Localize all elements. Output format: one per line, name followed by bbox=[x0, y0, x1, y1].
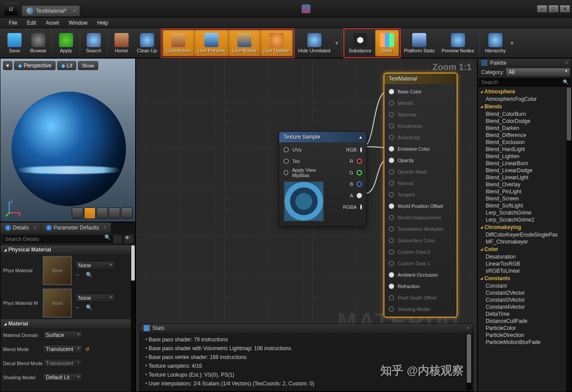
result-pin-anisotropy[interactable]: Anisotropy bbox=[384, 132, 457, 143]
palette-search-input[interactable]: Search bbox=[479, 78, 571, 87]
palette-item[interactable]: Blend_Difference bbox=[478, 132, 572, 139]
pin-dot[interactable] bbox=[389, 215, 394, 220]
show-toggle[interactable]: Show bbox=[78, 61, 98, 70]
palette-item[interactable]: DiffColorKeyerErodeSinglePas bbox=[478, 231, 572, 238]
pin-dot[interactable] bbox=[389, 89, 394, 94]
result-pin-subsurface-color[interactable]: Subsurface Color bbox=[384, 235, 457, 246]
menu-edit[interactable]: Edit bbox=[22, 19, 41, 27]
pin-dot[interactable] bbox=[389, 192, 394, 197]
live-update-button[interactable]: Live Update bbox=[260, 30, 293, 56]
viewport-options[interactable]: ▼ bbox=[3, 61, 12, 70]
pin-dot[interactable] bbox=[389, 261, 394, 266]
live-nodes-button[interactable]: Live Nodes bbox=[229, 30, 260, 56]
palette-item[interactable]: Blend_HardLight bbox=[478, 146, 572, 153]
result-pin-ambient-occlusion[interactable]: Ambient Occlusion bbox=[384, 269, 457, 281]
browse-asset-icon[interactable]: 🔍 bbox=[86, 272, 94, 280]
blend-mode-dropdown[interactable]: Translucent bbox=[43, 345, 82, 354]
texture-preview-thumb[interactable] bbox=[284, 181, 324, 222]
material-result-node[interactable]: TestMaterial Base ColorMetallicSpecularR… bbox=[384, 73, 458, 318]
palette-item[interactable]: Constant4Vector4 bbox=[478, 303, 572, 311]
result-pin-shading-model[interactable]: Shading Model bbox=[384, 303, 457, 315]
pin-dot[interactable] bbox=[389, 272, 394, 277]
shading-model-dropdown[interactable]: Default Lit bbox=[43, 373, 82, 382]
hierarchy-button[interactable]: Hierarchy bbox=[482, 30, 509, 56]
result-pin-opacity[interactable]: Opacity bbox=[384, 155, 457, 166]
minimize-button[interactable]: – bbox=[537, 5, 547, 13]
search-button[interactable]: Search bbox=[82, 30, 106, 56]
pin-dot[interactable] bbox=[389, 112, 394, 117]
palette-item[interactable]: sRGBToLinear bbox=[478, 267, 572, 274]
uvs-pin[interactable] bbox=[284, 147, 289, 152]
result-pin-roughness[interactable]: Roughness bbox=[384, 120, 457, 132]
pin-dot[interactable] bbox=[389, 146, 394, 152]
phys-material-mask-dropdown[interactable]: None bbox=[75, 294, 115, 303]
tex-pin[interactable] bbox=[284, 159, 289, 164]
b-pin[interactable] bbox=[357, 181, 362, 187]
result-pin-world-position-offset[interactable]: World Position Offset bbox=[384, 200, 457, 212]
pin-dot[interactable] bbox=[389, 181, 394, 186]
platform-stats-button[interactable]: Platform Stats bbox=[401, 30, 438, 56]
pin-dot[interactable] bbox=[389, 135, 394, 140]
shape-custom[interactable] bbox=[121, 207, 133, 219]
palette-category-blends[interactable]: Blends bbox=[478, 103, 572, 111]
result-pin-emissive-color[interactable]: Emissive Color bbox=[384, 143, 457, 155]
result-pin-normal[interactable]: Normal bbox=[384, 178, 457, 189]
palette-item[interactable]: LinearTosRGB bbox=[478, 260, 572, 267]
palette-item[interactable]: DeltaTime bbox=[478, 311, 572, 318]
palette-item[interactable]: Constant2Vector2 bbox=[478, 289, 572, 296]
menu-help[interactable]: Help bbox=[93, 19, 113, 27]
palette-item[interactable]: Blend_Lighten bbox=[478, 153, 572, 160]
details-scrollbar[interactable] bbox=[131, 245, 135, 392]
palette-category-atmosphere[interactable]: Atmosphere bbox=[478, 88, 572, 96]
material-domain-dropdown[interactable]: Surface bbox=[43, 331, 82, 340]
close-button[interactable]: × bbox=[560, 5, 570, 13]
perspective-toggle[interactable]: ◆Perspective bbox=[14, 61, 55, 70]
rgba-pin[interactable] bbox=[360, 204, 362, 210]
palette-item[interactable]: Blend_PinLight bbox=[478, 188, 572, 195]
palette-item[interactable]: MF_Chromakeyer bbox=[478, 238, 572, 245]
parameter-defaults-tab[interactable]: Parameter Defaults× bbox=[41, 222, 111, 233]
pin-dot[interactable] bbox=[389, 249, 394, 255]
palette-item[interactable]: Blend_ColorBurn bbox=[478, 111, 572, 118]
apply-button[interactable]: Apply bbox=[54, 30, 78, 56]
browse-button[interactable]: Browse bbox=[26, 30, 50, 56]
use-asset-icon[interactable]: ← bbox=[75, 272, 83, 280]
result-pin-specular[interactable]: Specular bbox=[384, 109, 457, 120]
palette-item[interactable]: Blend_LinearBurn bbox=[478, 160, 572, 167]
r-pin[interactable] bbox=[357, 159, 362, 164]
palette-item[interactable]: Blend_LinearLight bbox=[478, 174, 572, 181]
palette-category-chromakeying[interactable]: Chromakeying bbox=[478, 223, 572, 231]
save-button[interactable]: Save bbox=[3, 30, 26, 56]
material-graph[interactable]: Zoom 1:1 MATERIAL Texture Sample▴ UVs Te… bbox=[136, 58, 477, 392]
palette-item[interactable]: Desaturation bbox=[478, 253, 572, 260]
result-pin-world-displacement[interactable]: World Displacement bbox=[384, 212, 457, 223]
pin-dot[interactable] bbox=[389, 203, 394, 209]
browse-asset-icon[interactable]: 🔍 bbox=[86, 304, 94, 312]
palette-item[interactable]: ParticleMotionBlurFade bbox=[478, 339, 572, 346]
palette-item[interactable]: DistanceCullFade bbox=[478, 318, 572, 325]
preview-viewport[interactable]: ▼ ◆Perspective ◆Lit Show zx bbox=[0, 58, 136, 222]
source-control-icon[interactable] bbox=[302, 4, 310, 13]
palette-item[interactable]: Lerp_ScratchGrime2 bbox=[478, 216, 572, 223]
rgb-pin[interactable] bbox=[360, 147, 362, 152]
shape-cylinder[interactable] bbox=[72, 207, 83, 219]
close-icon[interactable]: × bbox=[565, 60, 568, 66]
hierarchy-dropdown-arrow[interactable]: ▼ bbox=[509, 40, 515, 46]
eye-button[interactable]: 👁 bbox=[124, 234, 134, 244]
palette-item[interactable]: Constant1 bbox=[478, 282, 572, 289]
palette-item[interactable]: ParticleColor bbox=[478, 325, 572, 332]
property-matrix-button[interactable] bbox=[113, 234, 122, 244]
phys-material-dropdown[interactable]: None bbox=[75, 261, 115, 270]
collapse-icon[interactable]: ▴ bbox=[359, 134, 362, 140]
live-preview-button[interactable]: Live Preview bbox=[194, 30, 229, 56]
result-pin-pixel-depth-offset[interactable]: Pixel Depth Offset bbox=[384, 292, 457, 303]
close-icon[interactable]: × bbox=[33, 225, 37, 231]
pin-dot[interactable] bbox=[389, 284, 394, 289]
category-dropdown[interactable]: All bbox=[506, 68, 570, 76]
menu-window[interactable]: Window bbox=[64, 19, 92, 27]
phys-material-thumb[interactable]: None bbox=[43, 256, 72, 285]
result-pin-tessellation-multiplier[interactable]: Tessellation Multiplier bbox=[384, 223, 457, 235]
palette-item[interactable]: Blend_Overlay bbox=[478, 181, 572, 188]
pin-dot[interactable] bbox=[389, 295, 394, 300]
cleanup-button[interactable]: Clean Up bbox=[133, 30, 161, 56]
